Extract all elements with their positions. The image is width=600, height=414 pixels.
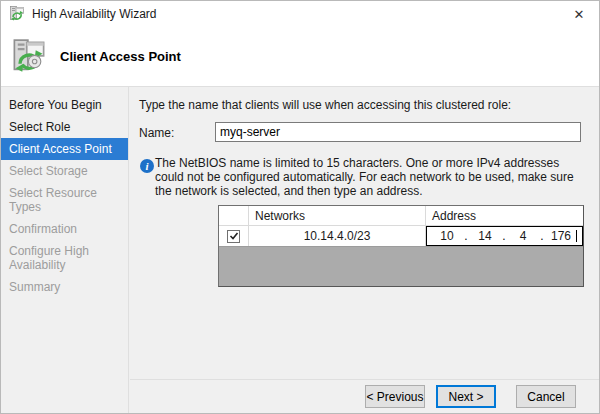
networks-column-header: Networks: [249, 206, 426, 225]
ip-octet-4[interactable]: 176: [546, 229, 576, 243]
wizard-body: Before You BeginSelect RoleClient Access…: [1, 86, 599, 413]
previous-button[interactable]: < Previous: [365, 385, 425, 408]
next-button[interactable]: Next >: [436, 385, 496, 408]
high-availability-icon: [9, 6, 25, 22]
sidebar-item-select-storage[interactable]: Select Storage: [1, 160, 128, 182]
client-access-point-icon: [10, 39, 48, 75]
ip-octet-1[interactable]: 10: [432, 229, 462, 243]
name-input[interactable]: [215, 122, 581, 142]
cancel-button[interactable]: Cancel: [516, 385, 576, 408]
page-title: Client Access Point: [60, 49, 181, 64]
text-caret: [576, 230, 577, 242]
checkmark-icon: [229, 231, 239, 241]
window-title: High Availability Wizard: [32, 7, 559, 21]
sidebar-item-configure-high-availability[interactable]: Configure High Availability: [1, 240, 128, 276]
ip-octet-2[interactable]: 14: [470, 229, 500, 243]
title-bar: High Availability Wizard ✕: [1, 1, 599, 27]
sidebar-item-summary[interactable]: Summary: [1, 276, 128, 298]
close-icon[interactable]: ✕: [559, 1, 599, 27]
sidebar-item-confirmation[interactable]: Confirmation: [1, 218, 128, 240]
high-availability-wizard-dialog: High Availability Wizard ✕ Client Access…: [0, 0, 600, 414]
sidebar-item-client-access-point[interactable]: Client Access Point: [1, 138, 128, 160]
ip-address-input[interactable]: 10 . 14 . 4 . 176: [426, 226, 583, 246]
name-label: Name:: [139, 126, 174, 140]
wizard-page-header: Client Access Point: [1, 27, 599, 86]
ip-octet-3[interactable]: 4: [508, 229, 538, 243]
table-row[interactable]: 10.14.4.0/23 10 . 14 . 4 . 176: [219, 226, 583, 247]
sidebar-item-before-you-begin[interactable]: Before You Begin: [1, 94, 128, 116]
sidebar-item-select-role[interactable]: Select Role: [1, 116, 128, 138]
info-icon: i: [140, 159, 154, 173]
instruction-text: Type the name that clients will use when…: [139, 98, 511, 112]
wizard-page-content: Type the name that clients will use when…: [130, 87, 599, 413]
checkbox-column-header: [219, 206, 249, 225]
network-checkbox[interactable]: [227, 230, 240, 243]
networks-table: Networks Address 10.14.4.0/23: [218, 205, 584, 287]
info-message: The NetBIOS name is limited to 15 charac…: [155, 156, 589, 198]
network-cell: 10.14.4.0/23: [249, 226, 426, 246]
sidebar-item-select-resource-types[interactable]: Select Resource Types: [1, 182, 128, 218]
table-header-row: Networks Address: [219, 206, 583, 226]
address-column-header: Address: [426, 206, 583, 225]
wizard-steps-sidebar: Before You BeginSelect RoleClient Access…: [1, 87, 129, 413]
footer-separator: [130, 379, 599, 380]
